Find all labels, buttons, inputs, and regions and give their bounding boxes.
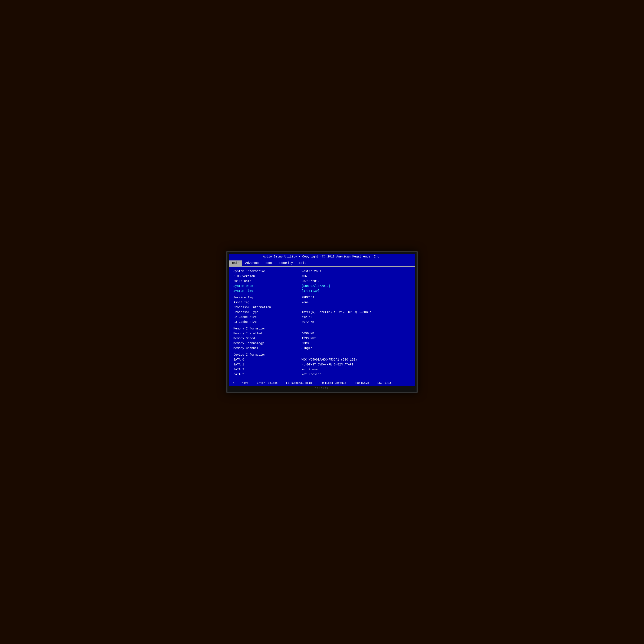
table-row: System Information Vostro 260s (233, 269, 411, 274)
value-system-date[interactable]: [Sun 02/10/2019] (302, 284, 330, 288)
status-enter-key: Enter (257, 381, 265, 385)
label-memory-channel: Memory Channel (233, 346, 302, 351)
label-bios-version: BIOS Version (233, 274, 302, 279)
status-f1: F1 :General Help (286, 381, 312, 385)
status-esc-desc: :Exit (383, 381, 392, 385)
table-row[interactable]: System Date [Sun 02/10/2019] (233, 284, 411, 288)
label-l3-cache: L3 Cache size (233, 320, 302, 324)
table-row: Asset Tag None (233, 300, 411, 305)
table-row: SATA 2 Not Present (233, 367, 411, 372)
menu-item-main[interactable]: Main (229, 260, 242, 266)
label-memory-speed: Memory Speed (233, 336, 302, 341)
table-row: Memory Channel Single (233, 346, 411, 351)
table-row: Processor Information (233, 305, 411, 310)
bios-screen: Aptio Setup Utility - Copyright (C) 2010… (229, 254, 415, 386)
value-sata0: WDC WD5000AAKX-753CA1 (500.1GB) (302, 358, 357, 362)
label-processor-type: Processor Type (233, 310, 302, 315)
label-sata2: SATA 2 (233, 367, 302, 372)
status-f10-desc: :Save (361, 381, 369, 385)
system-info-section: System Information Vostro 260s BIOS Vers… (233, 269, 411, 293)
status-f10: F10 :Save (355, 381, 369, 385)
menu-item-boot[interactable]: Boot (263, 260, 276, 266)
label-l2-cache: L2 Cache size (233, 315, 302, 319)
processor-info-section: Service Tag FKRPC5J Asset Tag None Proce… (233, 295, 411, 324)
value-processor-type: Intel(R) Core(TM) i3-2120 CPU @ 3.30GHz (302, 310, 371, 315)
table-row: SATA 0 WDC WD5000AAKX-753CA1 (500.1GB) (233, 358, 411, 362)
label-system-time: System Time (233, 289, 302, 293)
value-l3-cache: 3072 KB (302, 320, 314, 324)
status-esc-key: ESC (377, 381, 382, 385)
value-sata2: Not Present (302, 367, 321, 372)
label-system-date: System Date (233, 284, 302, 288)
value-memory-technology: DDR3 (302, 341, 309, 346)
monitor-brand: SAMSUNG (229, 386, 415, 390)
value-bios-version: A06 (302, 274, 307, 279)
status-esc: ESC :Exit (377, 381, 391, 385)
label-sata3: SATA 3 (233, 372, 302, 377)
table-row: Memory Speed 1333 MHz (233, 336, 411, 341)
label-device-information: Device Information (233, 353, 302, 357)
menu-item-exit[interactable]: Exit (296, 260, 309, 266)
label-sata1: SATA 1 (233, 362, 302, 367)
value-system-time[interactable]: [17:51:39] (302, 289, 319, 293)
table-row: Processor Type Intel(R) Core(TM) i3-2120… (233, 310, 411, 315)
status-f9-key: F9 (321, 381, 324, 385)
value-asset-tag: None (302, 300, 309, 305)
status-f1-desc: :General Help (290, 381, 312, 385)
value-system-information: Vostro 260s (302, 269, 321, 274)
status-bar: ↑↓←→ :Move Enter :Select F1 :General Hel… (229, 380, 415, 386)
value-memory-installed: 4096 MB (302, 331, 314, 336)
value-sata1: HL-DT-ST DVD+/-RW GH82N ATAPI (302, 362, 354, 367)
status-f9-desc: :Load Default (325, 381, 346, 385)
status-enter-desc: :Select (266, 381, 278, 385)
table-row: Memory Installed 4096 MB (233, 331, 411, 336)
label-memory-information: Memory Information (233, 326, 302, 331)
value-l2-cache: 512 KB (302, 315, 312, 319)
bios-title: Aptio Setup Utility - Copyright (C) 2010… (263, 255, 381, 258)
table-row[interactable]: System Time [17:51:39] (233, 289, 411, 293)
device-info-section: Device Information SATA 0 WDC WD5000AAKX… (233, 353, 411, 377)
label-sata0: SATA 0 (233, 358, 302, 362)
status-f10-key: F10 (355, 381, 360, 385)
label-service-tag: Service Tag (233, 295, 302, 300)
table-row: Device Information (233, 353, 411, 357)
table-row: SATA 1 HL-DT-ST DVD+/-RW GH82N ATAPI (233, 362, 411, 367)
status-move-key: ↑↓←→ (233, 381, 239, 385)
value-sata3: Not Present (302, 372, 321, 377)
table-row: BIOS Version A06 (233, 274, 411, 279)
label-memory-installed: Memory Installed (233, 331, 302, 336)
value-memory-channel: Single (302, 346, 312, 351)
content-area: System Information Vostro 260s BIOS Vers… (229, 267, 415, 380)
menu-item-security[interactable]: Security (276, 260, 296, 266)
table-row: L3 Cache size 3072 KB (233, 320, 411, 324)
value-service-tag: FKRPC5J (302, 295, 314, 300)
status-move-desc: :Move (240, 381, 248, 385)
table-row: L2 Cache size 512 KB (233, 315, 411, 319)
monitor-frame: Aptio Setup Utility - Copyright (C) 2010… (226, 251, 418, 393)
memory-info-section: Memory Information Memory Installed 4096… (233, 326, 411, 351)
label-asset-tag: Asset Tag (233, 300, 302, 305)
label-system-information: System Information (233, 269, 302, 274)
label-memory-technology: Memory Technology (233, 341, 302, 346)
label-build-date: Build Date (233, 279, 302, 283)
title-bar: Aptio Setup Utility - Copyright (C) 2010… (229, 254, 415, 260)
value-build-date: 05/18/2012 (302, 279, 319, 283)
status-f1-key: F1 (286, 381, 290, 385)
table-row: Memory Technology DDR3 (233, 341, 411, 346)
status-move: ↑↓←→ :Move (233, 381, 248, 385)
status-enter: Enter :Select (257, 381, 278, 385)
value-memory-speed: 1333 MHz (302, 336, 316, 341)
label-processor-information: Processor Information (233, 305, 302, 310)
menu-bar: Main Advanced Boot Security Exit (229, 260, 415, 267)
table-row: Build Date 05/18/2012 (233, 279, 411, 283)
menu-item-advanced[interactable]: Advanced (242, 260, 263, 266)
table-row: Memory Information (233, 326, 411, 331)
table-row: SATA 3 Not Present (233, 372, 411, 377)
table-row: Service Tag FKRPC5J (233, 295, 411, 300)
status-f9: F9 :Load Default (321, 381, 346, 385)
